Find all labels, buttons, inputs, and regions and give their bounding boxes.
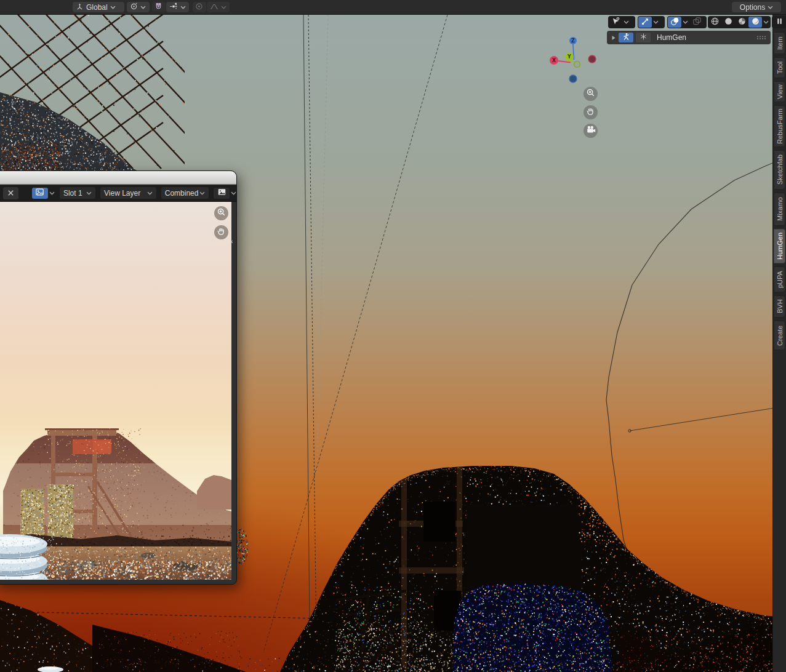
viewport-zoom-button[interactable]	[583, 87, 598, 101]
render-pause-button[interactable]	[772, 17, 786, 28]
sidebar-tab-humgen[interactable]: HumGen	[774, 229, 785, 263]
render-result-image[interactable]	[0, 202, 231, 580]
collapse-panel-arrow-icon	[611, 35, 616, 41]
render-pass-select[interactable]: Combined	[161, 187, 209, 199]
humgen-panel-title: HumGen	[657, 33, 754, 42]
gizmo-neg-x-axis[interactable]	[588, 55, 596, 63]
editor-type-dropdown[interactable]	[32, 188, 55, 199]
view-layer-select[interactable]: View Layer	[100, 187, 156, 199]
close-button[interactable]	[3, 187, 18, 199]
sidebar-tab-tool[interactable]: Tool	[774, 57, 785, 78]
chevron-down-icon	[231, 191, 236, 195]
chevron-down-icon	[86, 191, 92, 195]
shading-dropdown[interactable]	[762, 17, 770, 28]
sidebar-tab-rebusfarm[interactable]: RebusFarm	[774, 105, 785, 147]
gizmo-y-label: Y	[567, 54, 571, 60]
proportional-editing-icon	[195, 2, 203, 12]
snap-target-icon	[169, 2, 178, 12]
gizmo-neg-y-axis[interactable]	[574, 62, 580, 68]
gizmos-group	[638, 16, 665, 28]
options-dropdown[interactable]: Options	[732, 2, 781, 12]
object-visibility-toggle[interactable]	[609, 17, 622, 28]
gizmo-x-label: X	[552, 58, 556, 63]
chevron-down-icon	[180, 6, 186, 9]
render-image-canvas	[0, 202, 231, 580]
image-datablock-icon-button[interactable]	[214, 188, 230, 199]
object-visibility-icon	[611, 17, 620, 28]
humgen-body-tab[interactable]	[619, 33, 633, 42]
window-titlebar[interactable]	[0, 171, 236, 185]
gizmo-z-label: Z	[571, 38, 575, 44]
image-editor-icon	[35, 188, 44, 199]
snap-target-dropdown[interactable]	[166, 2, 189, 12]
chevron-down-icon	[199, 191, 205, 195]
overlays-toggle[interactable]	[668, 17, 681, 28]
close-icon	[7, 188, 14, 199]
pause-group	[772, 16, 786, 28]
sidebar-tab-pupa[interactable]: pUPA	[774, 266, 785, 292]
gizmos-toggle[interactable]	[638, 17, 652, 28]
sidebar-tab-strip: Item Tool View RebusFarm Sketchfab Mixam…	[772, 15, 786, 672]
options-label: Options	[740, 3, 765, 12]
image-editor-icon-button[interactable]	[32, 188, 48, 199]
chevron-down-icon	[49, 191, 55, 195]
xray-group	[689, 16, 707, 28]
sidebar-tab-sketchfab[interactable]: Sketchfab	[774, 150, 785, 190]
slot-select[interactable]: Slot 1	[60, 187, 95, 199]
pause-icon	[776, 17, 784, 28]
blender-app: Global	[0, 0, 786, 672]
proportional-falloff-icon	[210, 2, 219, 12]
snap-magnet-icon	[154, 2, 162, 12]
chevron-down-icon	[221, 6, 227, 9]
proportional-editing-toggle[interactable]	[193, 2, 206, 12]
topbar: Global	[0, 0, 786, 15]
humgen-particles-icon	[640, 32, 648, 43]
region-collapse-arrow[interactable]: ‹	[231, 238, 233, 245]
xray-toggle[interactable]	[690, 17, 704, 28]
proportional-falloff-dropdown[interactable]	[207, 2, 230, 12]
humgen-particles-tab[interactable]	[636, 33, 651, 42]
render-pass-value: Combined	[165, 189, 199, 198]
navigate-gizmo[interactable]: Z Y X	[542, 32, 609, 94]
image-zoom-button[interactable]	[214, 206, 228, 220]
shading-material-icon	[737, 17, 747, 28]
tab-label: Create	[776, 325, 784, 345]
sidebar-tab-item[interactable]: Item	[774, 32, 785, 54]
sidebar-tab-create[interactable]: Create	[774, 321, 785, 350]
image-editor-header: Slot 1 View Layer Combined	[0, 185, 236, 202]
object-visibility-group	[608, 16, 635, 28]
pivot-point-dropdown[interactable]	[127, 2, 150, 12]
image-editor-body: ‹	[0, 202, 236, 586]
tab-label: View	[776, 84, 784, 99]
shading-rendered-icon	[751, 17, 760, 28]
viewport-pan-button[interactable]	[583, 105, 598, 119]
sidebar-tab-view[interactable]: View	[774, 81, 785, 102]
panel-drag-icon[interactable]	[756, 35, 766, 40]
xray-toggle-icon	[692, 17, 702, 28]
pan-hand-icon	[586, 106, 595, 118]
sidebar-tab-mixamo[interactable]: Mixamo	[774, 193, 785, 226]
shading-material-button[interactable]	[736, 17, 749, 28]
transform-orientation-dropdown[interactable]: Global	[73, 2, 124, 12]
shading-rendered-button[interactable]	[748, 17, 762, 28]
pan-hand-icon	[217, 226, 226, 238]
image-pan-button[interactable]	[214, 225, 228, 239]
tab-label: BVH	[776, 300, 784, 314]
orientation-label: Global	[86, 3, 108, 12]
shading-mode-group	[708, 16, 771, 28]
object-visibility-dropdown[interactable]	[622, 17, 630, 28]
sidebar-tab-bvh[interactable]: BVH	[774, 295, 785, 318]
gizmos-dropdown[interactable]	[652, 17, 660, 28]
view-layer-value: View Layer	[104, 189, 140, 198]
snap-toggle-button[interactable]	[152, 2, 166, 12]
slot-value: Slot 1	[63, 189, 82, 198]
shading-solid-button[interactable]	[722, 17, 736, 28]
pivot-point-icon	[130, 2, 138, 12]
image-datablock-dropdown[interactable]	[214, 188, 236, 199]
overlays-dropdown[interactable]	[681, 17, 689, 28]
gizmo-neg-z-axis[interactable]	[569, 75, 577, 82]
humgen-panel-header[interactable]: HumGen	[607, 31, 771, 44]
chevron-down-icon	[110, 6, 116, 9]
shading-wireframe-button[interactable]	[708, 17, 722, 28]
viewport-camera-button[interactable]	[583, 124, 598, 138]
